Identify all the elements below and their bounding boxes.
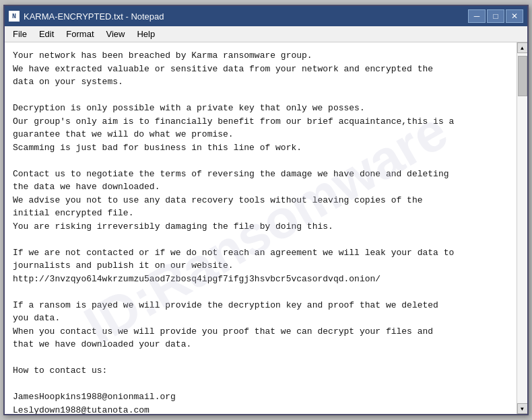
scrollbar[interactable]: ▲ ▼ xyxy=(517,42,527,414)
minimize-button[interactable]: ─ xyxy=(468,9,486,23)
scroll-down-button[interactable]: ▼ xyxy=(517,403,528,414)
window-controls: ─ □ ✕ xyxy=(468,9,523,23)
scroll-up-button[interactable]: ▲ xyxy=(517,42,528,53)
menu-file[interactable]: File xyxy=(7,28,32,40)
scroll-track[interactable] xyxy=(517,53,527,403)
notepad-window: N KARMA-ENCRYPTED.txt - Notepad ─ □ ✕ Fi… xyxy=(3,5,529,415)
menu-help[interactable]: Help xyxy=(131,28,160,40)
app-icon: N xyxy=(9,11,20,22)
maximize-button[interactable]: □ xyxy=(487,9,504,23)
title-bar-left: N KARMA-ENCRYPTED.txt - Notepad xyxy=(9,11,164,22)
menu-bar: File Edit Format View Help xyxy=(5,26,527,42)
title-bar: N KARMA-ENCRYPTED.txt - Notepad ─ □ ✕ xyxy=(5,6,527,26)
menu-view[interactable]: View xyxy=(101,28,131,40)
text-content[interactable]: Your network has been breached by Karma … xyxy=(5,42,517,414)
window-title: KARMA-ENCRYPTED.txt - Notepad xyxy=(24,11,164,22)
close-button[interactable]: ✕ xyxy=(506,9,523,23)
app-icon-text: N xyxy=(12,13,16,20)
content-area: Your network has been breached by Karma … xyxy=(5,42,527,414)
menu-edit[interactable]: Edit xyxy=(34,28,59,40)
scroll-thumb[interactable] xyxy=(518,56,527,96)
menu-format[interactable]: Format xyxy=(61,28,99,40)
